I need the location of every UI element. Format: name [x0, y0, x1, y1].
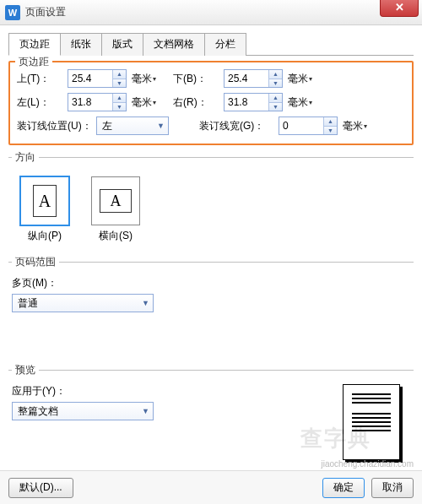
gutter-width-input[interactable]: [279, 117, 323, 134]
multipage-label: 多页(M)：: [12, 276, 57, 290]
app-icon: W: [5, 5, 20, 20]
margins-group: 页边距 上(T)： ▲▼ 毫米▾ 下(B)： ▲▼ 毫米▾ 左(L)： ▲▼ 毫…: [8, 61, 414, 145]
gutter-pos-label: 装订线位置(U)：: [17, 119, 93, 133]
tab-margins[interactable]: 页边距: [8, 33, 61, 56]
right-unit[interactable]: 毫米▾: [288, 95, 312, 110]
dialog-body: 页边距 纸张 版式 文档网格 分栏 页边距 上(T)： ▲▼ 毫米▾ 下(B)：…: [0, 25, 422, 475]
chevron-down-icon: ▾: [364, 122, 367, 130]
right-down[interactable]: ▼: [269, 103, 282, 111]
bottom-label: 下(B)：: [173, 72, 220, 86]
chevron-down-icon: ▾: [153, 75, 156, 83]
chevron-down-icon: ▼: [157, 122, 165, 130]
left-spinner[interactable]: ▲▼: [68, 93, 127, 111]
gutter-unit[interactable]: 毫米▾: [343, 119, 367, 133]
right-spinner[interactable]: ▲▼: [224, 93, 283, 111]
gutter-pos-combo[interactable]: 左 ▼: [96, 117, 169, 135]
orientation-landscape[interactable]: A 横向(S): [91, 176, 140, 243]
cancel-button[interactable]: 取消: [371, 478, 414, 498]
chevron-down-icon: ▾: [309, 99, 312, 106]
bottom-unit[interactable]: 毫米▾: [288, 72, 312, 86]
window-title: 页面设置: [25, 5, 66, 19]
tab-strip: 页边距 纸张 版式 文档网格 分栏: [8, 32, 414, 56]
close-button[interactable]: ✕: [380, 0, 419, 17]
top-input[interactable]: [68, 70, 112, 87]
gutter-up[interactable]: ▲: [324, 117, 337, 127]
landscape-icon: A: [91, 176, 140, 225]
left-down[interactable]: ▼: [113, 103, 126, 111]
gutter-down[interactable]: ▼: [324, 127, 337, 135]
right-input[interactable]: [225, 94, 268, 111]
portrait-icon: A: [20, 176, 69, 225]
margins-legend: 页边距: [15, 55, 52, 69]
multipage-combo[interactable]: 普通 ▼: [12, 294, 154, 312]
top-up[interactable]: ▲: [113, 70, 126, 79]
tab-grid[interactable]: 文档网格: [143, 33, 205, 56]
multipage-value: 普通: [18, 296, 38, 311]
chevron-down-icon: ▾: [153, 99, 156, 106]
top-spinner[interactable]: ▲▼: [68, 69, 127, 88]
chevron-down-icon: ▾: [309, 75, 312, 83]
top-unit[interactable]: 毫米▾: [132, 72, 156, 86]
bottom-spinner[interactable]: ▲▼: [224, 69, 283, 88]
button-bar: 默认(D)... 确定 取消: [0, 470, 422, 504]
bottom-up[interactable]: ▲: [269, 70, 282, 79]
preview-group: 预览 应用于(Y)： 整篇文档 ▼: [8, 363, 414, 467]
applyto-value: 整篇文档: [18, 404, 58, 419]
tab-paper[interactable]: 纸张: [60, 33, 102, 56]
left-unit[interactable]: 毫米▾: [132, 95, 156, 110]
gutter-width-spinner[interactable]: ▲▼: [279, 117, 338, 135]
chevron-down-icon: ▼: [142, 299, 149, 307]
bottom-input[interactable]: [225, 70, 268, 87]
pagerange-legend: 页码范围: [12, 255, 59, 269]
right-up[interactable]: ▲: [269, 94, 282, 103]
tab-layout[interactable]: 版式: [101, 33, 143, 56]
tab-columns[interactable]: 分栏: [204, 33, 246, 56]
bottom-down[interactable]: ▼: [269, 79, 282, 88]
orientation-legend: 方向: [12, 150, 39, 165]
preview-legend: 预览: [12, 363, 39, 377]
orientation-portrait[interactable]: A 纵向(P): [20, 176, 69, 243]
title-bar: W 页面设置 ✕: [0, 0, 422, 25]
left-input[interactable]: [68, 94, 112, 111]
pagerange-group: 页码范围 多页(M)： 普通 ▼: [8, 255, 414, 358]
default-button[interactable]: 默认(D)...: [8, 478, 73, 498]
gutter-pos-value: 左: [102, 119, 112, 133]
gutter-width-label: 装订线宽(G)：: [199, 119, 275, 133]
top-down[interactable]: ▼: [113, 79, 126, 88]
preview-page-icon: [343, 384, 400, 460]
orientation-group: 方向 A 纵向(P) A 横向(S): [8, 150, 414, 250]
applyto-combo[interactable]: 整篇文档 ▼: [12, 402, 154, 420]
left-up[interactable]: ▲: [113, 94, 126, 103]
portrait-label: 纵向(P): [20, 229, 69, 243]
top-label: 上(T)：: [17, 72, 64, 86]
ok-button[interactable]: 确定: [322, 478, 365, 498]
landscape-label: 横向(S): [91, 229, 140, 243]
right-label: 右(R)：: [173, 95, 220, 110]
applyto-label: 应用于(Y)：: [12, 384, 334, 398]
chevron-down-icon: ▼: [142, 407, 149, 415]
left-label: 左(L)：: [17, 95, 64, 110]
